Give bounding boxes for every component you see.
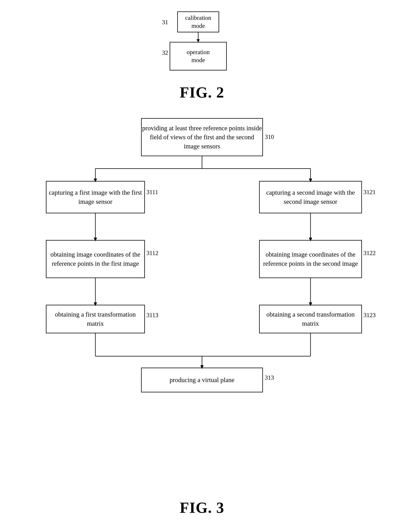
box-313: producing a virtual plane xyxy=(141,368,263,392)
fig2-title: FIG. 2 xyxy=(180,84,224,101)
fig2-box2-text: operationmode xyxy=(187,48,210,64)
fig2-box1: calibrationmode xyxy=(177,11,219,32)
box313-text: producing a virtual plane xyxy=(170,375,234,385)
box-3111: capturing a first image with the first i… xyxy=(46,181,145,213)
fig2-label-32: 32 xyxy=(162,49,168,56)
label-313: 313 xyxy=(265,374,274,381)
fig2-box1-text: calibrationmode xyxy=(185,14,211,30)
fig3-section: providing at least three reference point… xyxy=(0,118,404,516)
box3121-text: capturing a second image with the second… xyxy=(260,188,361,206)
box-3121: capturing a second image with the second… xyxy=(259,181,362,213)
label-310: 310 xyxy=(265,133,274,140)
box3122-text: obtaining image coordinates of the refer… xyxy=(260,250,361,268)
svg-marker-1 xyxy=(197,39,200,43)
box-310: providing at least three reference point… xyxy=(141,118,263,156)
box-3122: obtaining image coordinates of the refer… xyxy=(259,240,362,278)
label-3112: 3112 xyxy=(146,250,158,256)
box3123-text: obtaining a second transformation matrix xyxy=(260,310,361,328)
box-3112: obtaining image coordinates of the refer… xyxy=(46,240,145,278)
box3111-text: capturing a first image with the first i… xyxy=(46,188,144,206)
label-3123: 3123 xyxy=(363,312,376,319)
label-3113: 3113 xyxy=(146,312,158,319)
box3113-text: obtaining a first transformation matrix xyxy=(46,310,144,328)
box-3113: obtaining a first transformation matrix xyxy=(46,305,145,333)
fig3-title: FIG. 3 xyxy=(180,499,224,516)
label-3122: 3122 xyxy=(363,250,376,256)
fig3-diagram: providing at least three reference point… xyxy=(31,118,373,480)
fig2-section: 31 calibrationmode 32 operationmode FIG.… xyxy=(0,11,404,101)
label-3111: 3111 xyxy=(146,189,158,196)
box-3123: obtaining a second transformation matrix xyxy=(259,305,362,333)
label-3121: 3121 xyxy=(363,189,376,196)
box310-text: providing at least three reference point… xyxy=(142,124,262,151)
fig2-arrow xyxy=(170,32,227,43)
box3112-text: obtaining image coordinates of the refer… xyxy=(46,250,144,268)
fig2-box2: operationmode xyxy=(170,42,227,71)
fig2-diagram: 31 calibrationmode 32 operationmode xyxy=(162,11,242,76)
fig2-label-31: 31 xyxy=(162,19,168,26)
fig3-arrows xyxy=(31,118,373,480)
